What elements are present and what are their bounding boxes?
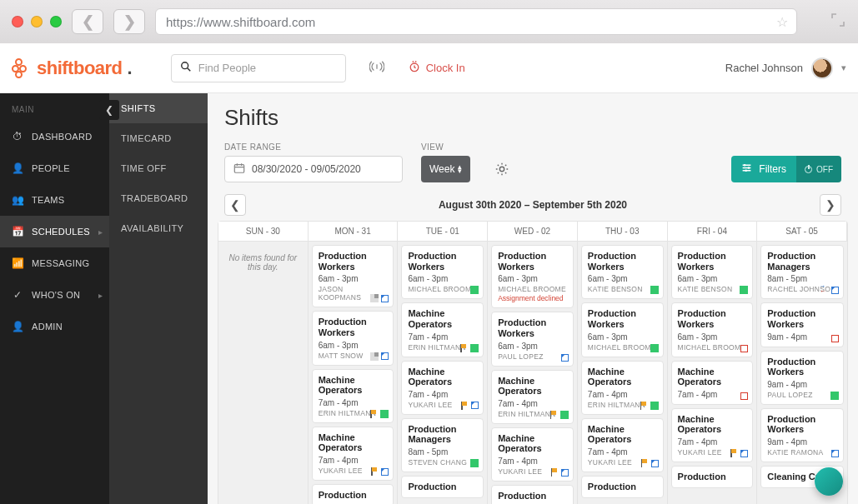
settings-gear-button[interactable] [489, 156, 515, 182]
shift-card[interactable]: Machine Operators7am - 4pmYUKARI LEE [401, 361, 484, 415]
shift-title: Production Workers [319, 317, 388, 337]
subnav-item-tradeboard[interactable]: TRADEBOARD [109, 183, 208, 213]
shift-card[interactable]: Production [312, 484, 394, 504]
shift-card[interactable]: Production Managers8am - 5pmRACHEL JOHNS… [760, 245, 844, 299]
collapse-sidebar-button[interactable]: ❮ [99, 100, 119, 120]
broadcast-icon[interactable] [369, 59, 384, 77]
shift-card[interactable]: Production [491, 485, 574, 504]
shift-card[interactable]: Production [581, 476, 664, 498]
shift-card[interactable]: Production Workers9am - 4pm [760, 302, 844, 347]
browser-chrome: ❮ ❯ https://www.shiftboard.com ☆ [0, 0, 858, 43]
main-content: Shifts DATE RANGE 08/30/2020 - 09/05/202… [208, 93, 858, 504]
shift-card[interactable]: Production Workers6am - 3pmKATIE BENSON [581, 245, 664, 299]
find-people-search[interactable] [171, 54, 346, 82]
svg-line-1 [187, 67, 190, 71]
browser-forward-button[interactable]: ❯ [113, 9, 145, 34]
nav-label: WHO'S ON [32, 290, 80, 300]
sidebar-item-who-s-on[interactable]: ✓WHO'S ON▸ [0, 279, 109, 311]
shift-badges [460, 402, 479, 410]
shift-badges [370, 467, 389, 476]
shift-badges [561, 354, 569, 362]
sidebar-item-people[interactable]: 👤PEOPLE [0, 152, 109, 184]
chat-fab[interactable] [815, 467, 843, 496]
sidebar-item-dashboard[interactable]: ⏱DASHBOARD [0, 121, 109, 152]
status-green-icon [560, 411, 569, 419]
fullscreen-icon[interactable] [831, 13, 845, 30]
close-window-icon[interactable] [12, 16, 23, 27]
daterange-input[interactable]: 08/30/2020 - 09/05/2020 [224, 156, 403, 182]
shift-time: 7am - 4pm [678, 390, 747, 399]
browser-back-button[interactable]: ❮ [72, 9, 103, 34]
status-green-icon [470, 459, 479, 467]
shiftboard-logo[interactable]: shiftboard. [12, 57, 133, 79]
shift-card[interactable]: Machine Operators7am - 4pmERIN HILTMANN [401, 302, 484, 357]
shift-card[interactable]: Machine Operators7am - 4pmYUKARI LEE [581, 418, 664, 472]
bookmark-star-icon[interactable]: ☆ [776, 14, 788, 30]
subnav-item-time-off[interactable]: TIME OFF [109, 153, 208, 183]
shift-card[interactable]: Production Workers6am - 3pmPAUL LOPEZ [491, 312, 574, 366]
sidebar-section-label: MAIN [0, 93, 109, 121]
address-bar[interactable]: https://www.shiftboard.com ☆ [155, 8, 797, 35]
maximize-window-icon[interactable] [50, 16, 62, 27]
page-title: Shifts [224, 105, 841, 131]
week-prev-button[interactable]: ❮ [224, 194, 246, 216]
week-next-button[interactable]: ❯ [820, 194, 841, 216]
day-column: Production Workers6am - 3pmJASON KOOPMAN… [309, 242, 399, 504]
subnav-item-availability[interactable]: AVAILABILITY [109, 213, 208, 243]
shift-badges [740, 345, 748, 352]
filters-off-toggle[interactable]: OFF [796, 156, 841, 182]
subnav-item-timecard[interactable]: TIMECARD [109, 123, 208, 153]
shift-card[interactable]: Machine Operators7am - 4pmYUKARI LEE [312, 427, 394, 481]
shift-badges [640, 459, 659, 467]
secondary-sidebar: SHIFTSTIMECARDTIME OFFTRADEBOARDAVAILABI… [109, 93, 208, 504]
shift-badges [550, 468, 569, 477]
svg-rect-3 [234, 164, 243, 172]
shift-time: 7am - 4pm [588, 447, 657, 457]
user-menu[interactable]: Rachel Johnson ▾ [725, 57, 846, 79]
shift-card[interactable]: Machine Operators7am - 4pm [671, 361, 754, 405]
sidebar-item-teams[interactable]: 👥TEAMS [0, 184, 109, 216]
filters-button[interactable]: Filters [731, 156, 796, 182]
minimize-window-icon[interactable] [31, 16, 43, 27]
shift-card[interactable]: Production Workers6am - 3pmMICHAEL BROOM… [581, 302, 664, 357]
shift-card[interactable]: Production Workers9am - 4pmKATIE RAMONA [760, 408, 844, 462]
shift-card[interactable]: Production [671, 466, 754, 488]
shift-card[interactable]: Production [401, 476, 484, 498]
subnav-item-shifts[interactable]: SHIFTS [109, 93, 208, 123]
status-red-icon [831, 335, 839, 342]
shift-title: Production Workers [767, 414, 837, 435]
address-url: https://www.shiftboard.com [166, 15, 315, 29]
shift-card[interactable]: Production Workers6am - 3pmMICHAEL BROOM… [401, 245, 484, 299]
shift-title: Production Workers [767, 357, 837, 377]
page-header: Shifts [208, 93, 858, 134]
day-column: Production Workers6am - 3pmKATIE BENSONP… [578, 242, 668, 504]
shift-title: Machine Operators [498, 376, 567, 397]
shift-card[interactable]: Machine Operators7am - 4pmERIN HILTMANN [581, 361, 664, 415]
shift-card[interactable]: Machine Operators7am - 4pmYUKARI LEE [671, 408, 754, 462]
sidebar-item-messaging[interactable]: 📶MESSAGING [0, 247, 109, 279]
shift-card[interactable]: Production Workers6am - 3pmKATIE BENSON [671, 245, 754, 299]
shift-card[interactable]: Production Workers9am - 4pmPAUL LOPEZ [760, 351, 844, 405]
shift-card[interactable]: Machine Operators7am - 4pmYUKARI LEE [491, 427, 574, 482]
shift-badges [831, 335, 839, 342]
shift-title: Production Workers [498, 317, 567, 338]
sidebar-item-schedules[interactable]: 📅SCHEDULES▸ [0, 216, 109, 247]
shift-badges [740, 392, 748, 400]
shift-card[interactable]: Machine Operators7am - 4pmERIN HILTMANN [491, 370, 574, 424]
search-icon [180, 61, 192, 76]
shift-card[interactable]: Production Workers6am - 3pmMATT SNOW [312, 311, 394, 365]
shift-card[interactable]: Machine Operators7am - 4pmERIN HILTMANN [312, 369, 394, 423]
shift-card[interactable]: Production Workers6am - 3pmMICHAEL BROOM… [671, 302, 754, 357]
day-header: MON - 31 [309, 222, 399, 242]
shift-assignee: KATIE RAMONA [767, 448, 837, 457]
sidebar-item-admin[interactable]: 👤ADMIN [0, 311, 109, 342]
search-input[interactable] [198, 62, 339, 74]
shift-card[interactable]: Production Managers8am - 5pmSTEVEN CHANG [401, 418, 484, 472]
clock-in-button[interactable]: Clock In [408, 60, 465, 76]
status-blue-icon [561, 354, 569, 362]
shift-card[interactable]: Production Workers6am - 3pmJASON KOOPMAN… [312, 245, 394, 307]
view-selector[interactable]: Week ▴▾ [421, 156, 470, 182]
shift-card[interactable]: Production Workers6am - 3pmMICHAEL BROOM… [491, 245, 574, 308]
shift-badges [549, 411, 569, 419]
note-icon [370, 294, 379, 302]
